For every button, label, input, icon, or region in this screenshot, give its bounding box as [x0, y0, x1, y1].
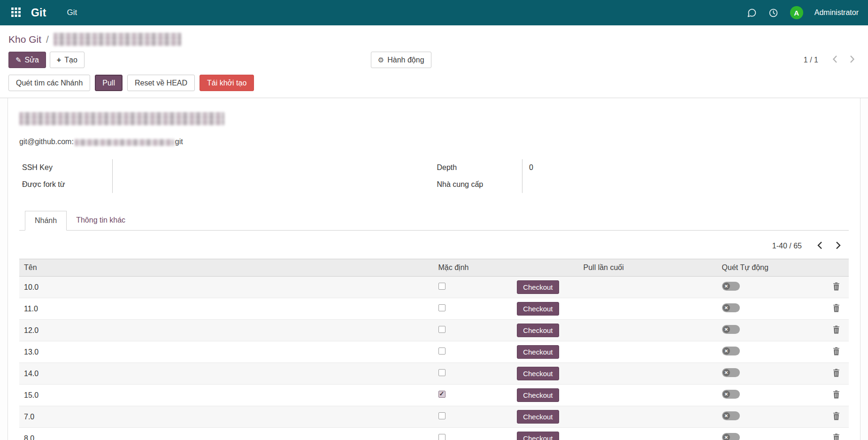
repo-title-redacted: [19, 112, 224, 125]
pull-button[interactable]: Pull: [95, 75, 123, 91]
apps-grid-icon: [11, 8, 21, 18]
toggle-off-x-icon: ✕: [723, 347, 730, 355]
default-checkbox[interactable]: [438, 434, 446, 440]
messages-icon[interactable]: [747, 8, 757, 18]
branch-name: 15.0: [24, 391, 38, 399]
user-name[interactable]: Administrator: [814, 8, 859, 17]
repo-url-prefix: git@github.com:: [19, 138, 74, 146]
auto-scan-toggle[interactable]: ✕: [722, 282, 740, 291]
create-button[interactable]: Tạo: [50, 52, 84, 68]
branch-name: 8.0: [24, 434, 34, 440]
reset-head-button[interactable]: Reset về HEAD: [127, 75, 195, 91]
sheet-background: git@github.com:git SSH Key Được fork từ …: [0, 98, 868, 440]
checkout-button[interactable]: Checkout: [517, 388, 559, 402]
checkout-button[interactable]: Checkout: [517, 302, 559, 316]
record-pager-value[interactable]: 1 / 1: [804, 56, 818, 64]
delete-row-button[interactable]: [831, 281, 841, 293]
trash-icon: [832, 412, 840, 422]
repo-url-redacted: [75, 139, 174, 146]
toggle-off-x-icon: ✕: [723, 283, 730, 290]
nav-menu-git[interactable]: Git: [67, 8, 77, 17]
default-checkbox[interactable]: [438, 412, 446, 419]
checkout-button[interactable]: Checkout: [517, 324, 559, 337]
checkout-button[interactable]: Checkout: [517, 345, 559, 359]
branch-row[interactable]: 11.0 Checkout ✕: [19, 298, 849, 320]
toggle-off-x-icon: ✕: [723, 434, 730, 440]
column-header-name[interactable]: Tên: [19, 259, 434, 277]
last-pull-cell: [579, 277, 717, 298]
tab-branches[interactable]: Nhánh: [25, 211, 67, 231]
default-checkbox[interactable]: [438, 304, 446, 311]
column-header-default[interactable]: Mặc định: [434, 259, 513, 277]
delete-row-button[interactable]: [831, 411, 841, 423]
toggle-off-x-icon: ✕: [723, 304, 730, 311]
user-avatar[interactable]: A: [790, 6, 803, 19]
control-panel: Sửa Tạo Hành động 1 / 1: [0, 48, 868, 74]
last-pull-cell: [579, 363, 717, 385]
field-group-right: Depth 0 Nhà cung cấp: [434, 159, 849, 193]
trash-icon: [832, 433, 840, 440]
auto-scan-toggle[interactable]: ✕: [722, 325, 740, 334]
trash-icon: [832, 282, 840, 292]
tab-other-info[interactable]: Thông tin khác: [67, 211, 135, 231]
auto-scan-toggle[interactable]: ✕: [722, 368, 740, 377]
reinitialize-button[interactable]: Tái khởi tạo: [200, 75, 254, 91]
apps-menu-button[interactable]: [9, 6, 23, 19]
pager-previous-button[interactable]: [828, 53, 842, 67]
activities-clock-icon[interactable]: [768, 8, 779, 18]
delete-row-button[interactable]: [831, 346, 841, 358]
branch-name: 11.0: [24, 305, 38, 313]
branch-row[interactable]: 15.0 Checkout ✕: [19, 385, 849, 406]
default-checkbox[interactable]: [438, 326, 446, 333]
default-checkbox[interactable]: [438, 369, 446, 376]
auto-scan-toggle[interactable]: ✕: [722, 433, 740, 440]
repo-url-suffix: git: [175, 138, 183, 146]
column-header-last-pull[interactable]: Pull lần cuối: [579, 259, 717, 277]
branch-pager-previous-button[interactable]: [811, 239, 828, 253]
branch-pager-next-button[interactable]: [830, 239, 847, 253]
field-group-left: SSH Key Được fork từ: [19, 159, 434, 193]
top-navbar: Git Git A Administrator: [0, 0, 868, 25]
app-brand[interactable]: Git: [31, 7, 46, 19]
checkout-button[interactable]: Checkout: [517, 280, 559, 294]
branch-row[interactable]: 12.0 Checkout ✕: [19, 320, 849, 341]
branch-name: 10.0: [24, 283, 38, 291]
scan-branches-button[interactable]: Quét tìm các Nhánh: [8, 75, 90, 91]
branch-name: 7.0: [24, 413, 34, 421]
branch-row[interactable]: 8.0 Checkout ✕: [19, 428, 849, 440]
branch-name: 12.0: [24, 326, 38, 334]
branch-pager-value[interactable]: 1-40 / 65: [772, 242, 802, 250]
column-header-auto-scan[interactable]: Quét Tự động: [717, 259, 820, 277]
delete-row-button[interactable]: [831, 432, 841, 440]
checkout-button[interactable]: Checkout: [517, 410, 559, 424]
delete-row-button[interactable]: [831, 303, 841, 315]
branch-name: 13.0: [24, 348, 38, 356]
form-sheet: git@github.com:git SSH Key Được fork từ …: [8, 98, 860, 440]
delete-row-button[interactable]: [831, 324, 841, 336]
checkout-button[interactable]: Checkout: [517, 432, 559, 440]
auto-scan-toggle[interactable]: ✕: [722, 390, 740, 399]
default-checkbox[interactable]: [438, 347, 446, 355]
auto-scan-toggle[interactable]: ✕: [722, 411, 740, 420]
action-menu-button[interactable]: Hành động: [371, 52, 431, 68]
toggle-off-x-icon: ✕: [723, 412, 730, 419]
auto-scan-toggle[interactable]: ✕: [722, 347, 740, 355]
auto-scan-toggle[interactable]: ✕: [722, 303, 740, 312]
breadcrumb: Kho Git /: [0, 25, 868, 48]
pager-next-button[interactable]: [845, 53, 860, 67]
chevron-left-icon: [832, 55, 837, 65]
breadcrumb-record-name-redacted: [54, 33, 181, 46]
edit-button[interactable]: Sửa: [8, 52, 46, 68]
default-checkbox[interactable]: [438, 283, 446, 290]
breadcrumb-root-link[interactable]: Kho Git: [8, 34, 41, 45]
delete-row-button[interactable]: [831, 368, 841, 379]
branch-row[interactable]: 13.0 Checkout ✕: [19, 341, 849, 363]
checkout-button[interactable]: Checkout: [517, 367, 559, 380]
branch-row[interactable]: 7.0 Checkout ✕: [19, 406, 849, 428]
default-checkbox[interactable]: [438, 391, 446, 398]
delete-row-button[interactable]: [831, 389, 841, 401]
last-pull-cell: [579, 298, 717, 320]
branch-row[interactable]: 14.0 Checkout ✕: [19, 363, 849, 385]
branch-row[interactable]: 10.0 Checkout ✕: [19, 277, 849, 298]
repo-url: git@github.com:git: [19, 138, 849, 146]
